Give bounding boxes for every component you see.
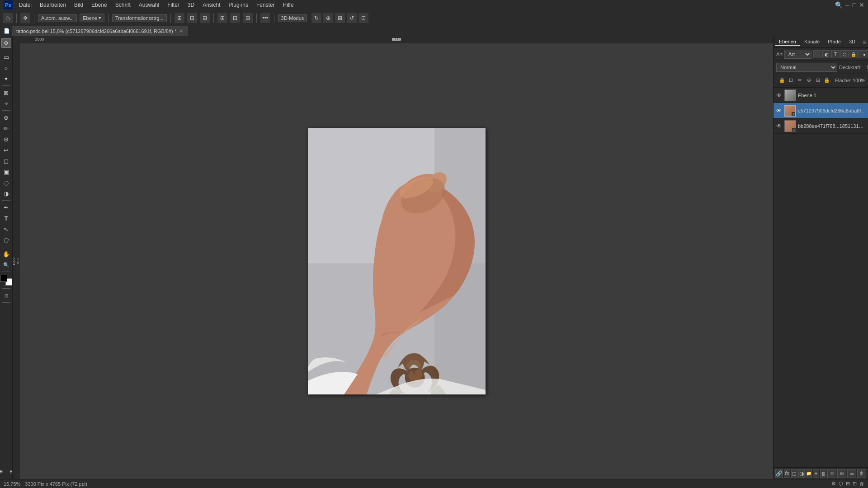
layer-new-btn[interactable]: + (813, 469, 819, 478)
filter-adjust-btn[interactable]: ◐ (822, 50, 830, 58)
filter-type-select[interactable]: Art Name Effekt (784, 50, 811, 59)
eraser-tool[interactable]: ◻ (1, 156, 11, 166)
menu-schrift[interactable]: Schrift (112, 1, 134, 9)
layer-fullscreen-btn[interactable]: ⊞ (837, 469, 846, 478)
blend-mode-select[interactable]: Normal Multiplizieren Negativ multiplizi… (776, 63, 837, 72)
eyedropper-tool[interactable]: ⟡ (1, 99, 11, 108)
dist-v-btn[interactable]: ⊡ (230, 13, 240, 23)
move-tool[interactable]: ✥ (1, 38, 11, 48)
filter-smart-btn[interactable]: 🔒 (849, 50, 858, 58)
shape-tool[interactable]: ⬠ (1, 235, 11, 245)
3d-scale-btn[interactable]: ⊞ (335, 13, 345, 23)
zoom-tool[interactable]: 🔍 (1, 260, 11, 270)
history-brush[interactable]: ↩ (1, 145, 11, 155)
3d-mode-btn[interactable]: 3D-Modus (278, 14, 307, 22)
crop-tool[interactable]: ⊠ (1, 88, 11, 98)
menu-ebene[interactable]: Ebene (88, 1, 111, 9)
menu-datei[interactable]: Datei (15, 1, 35, 9)
autom-button[interactable]: Autom. ausw... (38, 14, 77, 22)
layer-delete-btn[interactable]: 🗑 (820, 469, 826, 478)
canvas-area[interactable]: 3000 2500 2000 1500 1000 500 0 500 1000 … (13, 36, 773, 479)
lock-transparent-btn[interactable]: ⊡ (787, 76, 794, 84)
path-select-tool[interactable]: ↖ (1, 224, 11, 234)
blur-tool[interactable]: ◌ (1, 178, 11, 188)
dist-btn3[interactable]: ⊟ (243, 13, 253, 23)
status-trash-btn[interactable]: 🗑 (859, 481, 864, 487)
align-center-btn[interactable]: ⊡ (187, 13, 197, 23)
3d-pan-btn[interactable]: ⊡ (359, 13, 368, 23)
lock-artboard-btn[interactable]: ⊞ (814, 76, 821, 84)
status-stack-btn[interactable]: ⊞ (846, 481, 850, 487)
menu-3d[interactable]: 3D (184, 1, 198, 9)
layer-trash2-btn[interactable]: 🗑 (857, 469, 866, 478)
minimize-button[interactable]: ─ (845, 1, 850, 9)
close-button[interactable]: ✕ (859, 1, 864, 9)
menu-bild[interactable]: Bild (71, 1, 87, 9)
heal-tool[interactable]: ⊕ (1, 113, 11, 122)
home-button[interactable]: ⌂ (3, 13, 13, 23)
menu-plugins[interactable]: Plug-ins (225, 1, 252, 9)
close-tab-btn[interactable]: ✕ (179, 29, 184, 33)
dodge-tool[interactable]: ◑ (1, 188, 11, 198)
layer-fx-btn[interactable]: fx (784, 469, 790, 478)
3d-roll-btn[interactable]: ↺ (347, 13, 357, 23)
filter-toggle-btn[interactable]: ● (859, 50, 868, 58)
tab-ebenen[interactable]: Ebenen (775, 38, 800, 46)
layer-visibility-1[interactable]: 👁 (775, 92, 783, 99)
tab-3d[interactable]: 3D (845, 38, 859, 46)
filter-text-btn[interactable]: T (831, 50, 840, 58)
layer-item-ebene1[interactable]: 👁 Ebene 1 (774, 88, 868, 103)
filter-pixel-btn[interactable]: ⬛ (813, 50, 821, 58)
layer-item-c571[interactable]: 👁 ⊕ c571297906dcfd266a6aba6f0661691f (774, 103, 868, 118)
foreground-color-swatch[interactable] (0, 275, 7, 282)
lock-pixels-btn[interactable]: ✏ (796, 76, 803, 84)
status-settings-btn[interactable]: ⚙ (831, 481, 836, 487)
full-screen-btn[interactable]: ⊟ (7, 467, 13, 475)
gradient-tool[interactable]: ▣ (1, 167, 11, 177)
status-history-btn[interactable]: ⬡ (839, 481, 843, 487)
transform-button[interactable]: Transformationsstrg... (112, 14, 167, 22)
canvas-work-area[interactable] (20, 43, 773, 479)
move-tool-btn[interactable]: ✥ (20, 13, 30, 23)
filter-shape-btn[interactable]: ⬠ (840, 50, 849, 58)
layer-mask-btn[interactable]: ◻ (791, 469, 797, 478)
standard-mode-btn[interactable]: ⊞ (0, 467, 6, 475)
lasso-tool[interactable]: ⌕ (1, 63, 11, 73)
layer-item-bb288[interactable]: 👁 ⊕ bb288ee471f768...18511318da1aad (774, 118, 868, 134)
layer-visibility-2[interactable]: 👁 (775, 107, 783, 114)
tab-kanale[interactable]: Kanäle (801, 38, 823, 46)
pen-tool[interactable]: ✒ (1, 202, 11, 212)
dist-h-btn[interactable]: ⊞ (217, 13, 227, 23)
menu-ansicht[interactable]: Ansicht (199, 1, 224, 9)
menu-bearbeiten[interactable]: Bearbeiten (36, 1, 70, 9)
layer-settings-btn[interactable]: ⚙ (827, 469, 836, 478)
hand-tool[interactable]: ✋ (1, 249, 11, 259)
ebene-dropdown[interactable]: Ebene▾ (80, 14, 104, 22)
menu-hilfe[interactable]: Hilfe (279, 1, 297, 9)
lock-all-btn[interactable]: 🔒 (823, 76, 830, 84)
menu-fenster[interactable]: Fenster (253, 1, 278, 9)
stamp-tool[interactable]: ⊛ (1, 134, 11, 144)
layer-link-btn[interactable]: 🔗 (775, 469, 783, 478)
layer-folder-btn[interactable]: 📁 (806, 469, 812, 478)
search-icon[interactable]: 🔍 (835, 1, 843, 9)
quick-mask-btn[interactable]: ⊡ (1, 291, 11, 300)
lock-position-btn[interactable]: ⊕ (805, 76, 812, 84)
maximize-button[interactable]: □ (853, 1, 856, 9)
document-tab[interactable]: tattoo.psdc bei 15,8% (c571297906dcfd266… (12, 26, 189, 36)
marquee-tool[interactable]: ▭ (1, 52, 11, 62)
layer-adjustment-btn[interactable]: ◑ (798, 469, 805, 478)
tab-pfade[interactable]: Pfade (824, 38, 844, 46)
quick-select-tool[interactable]: ✦ (1, 74, 11, 84)
text-tool[interactable]: T (1, 213, 11, 223)
document-canvas[interactable] (308, 128, 486, 394)
menu-auswahl[interactable]: Auswahl (135, 1, 163, 9)
align-right-btn[interactable]: ⊟ (200, 13, 210, 23)
brush-tool[interactable]: ✏ (1, 123, 11, 133)
more-options-btn[interactable]: ••• (260, 13, 270, 23)
layer-visibility-3[interactable]: 👁 (775, 122, 783, 130)
3d-move-btn[interactable]: ⊕ (323, 13, 333, 23)
panel-collapse-btn[interactable]: ≡ (863, 38, 866, 46)
status-arrange-btn[interactable]: ⊡ (853, 481, 857, 487)
align-left-btn[interactable]: ⊞ (175, 13, 184, 23)
